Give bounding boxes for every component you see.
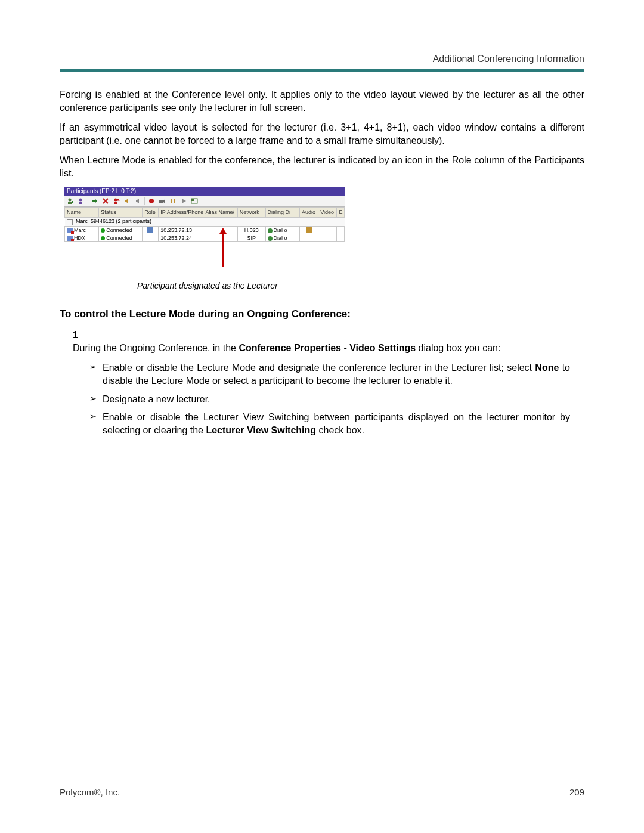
toolbar-separator bbox=[144, 197, 145, 205]
cell-network: SIP bbox=[237, 234, 265, 242]
cell-status: Connected bbox=[106, 235, 132, 241]
resume-video-icon[interactable] bbox=[179, 197, 188, 205]
col-name[interactable]: Name bbox=[65, 207, 99, 217]
step-text-post: dialog box you can: bbox=[416, 343, 500, 353]
cell-name: HDX bbox=[74, 235, 85, 241]
audio-active-icon bbox=[306, 227, 312, 233]
footer-left: Polycom®, Inc. bbox=[60, 787, 120, 797]
svg-point-4 bbox=[79, 198, 82, 201]
participants-panel: Participants (EP:2 L:0 T:2) bbox=[64, 187, 345, 274]
svg-rect-14 bbox=[171, 199, 172, 203]
camera-icon[interactable] bbox=[158, 197, 166, 205]
bullet-list: Enable or disable the Lecture Mode and d… bbox=[89, 361, 570, 438]
endpoint-icon bbox=[67, 236, 73, 241]
svg-rect-5 bbox=[79, 202, 82, 204]
participants-toolbar bbox=[64, 196, 345, 207]
dial-icon bbox=[268, 236, 273, 241]
step-number: 1 bbox=[73, 329, 85, 342]
paragraph-1: Forcing is enabled at the Conference lev… bbox=[60, 88, 584, 114]
participants-table: Name Status Role IP Address/Phone Alias … bbox=[64, 207, 345, 274]
col-network[interactable]: Network bbox=[237, 207, 265, 217]
unmute-audio-icon[interactable] bbox=[134, 197, 142, 205]
table-empty-row bbox=[65, 242, 345, 274]
page-footer: Polycom®, Inc. 209 bbox=[60, 787, 584, 797]
svg-rect-1 bbox=[68, 202, 72, 204]
paragraph-2: If an asymmetrical video layout is selec… bbox=[60, 121, 584, 147]
svg-point-0 bbox=[69, 198, 72, 201]
conference-group-row[interactable]: – Marc_59446123 (2 participants) bbox=[65, 217, 345, 226]
col-ip[interactable]: IP Address/Phone bbox=[159, 207, 203, 217]
callout-arrow-head-icon bbox=[219, 228, 227, 234]
step-text-bold: Conference Properties - Video Settings bbox=[239, 343, 416, 353]
cell-dialing: Dial o bbox=[274, 235, 287, 241]
bullet-text-bold: Lecturer View Switching bbox=[206, 425, 316, 435]
bullet-item: Enable or disable the Lecturer View Swit… bbox=[89, 411, 570, 438]
dial-icon bbox=[268, 228, 273, 233]
col-e[interactable]: E bbox=[337, 207, 345, 217]
cell-ip: 10.253.72.13 bbox=[159, 226, 203, 234]
group-label: Marc_59446123 (2 participants) bbox=[76, 218, 151, 224]
svg-rect-15 bbox=[174, 199, 175, 203]
col-status[interactable]: Status bbox=[99, 207, 143, 217]
disconnect-icon[interactable] bbox=[101, 197, 110, 205]
page-header-right: Additional Conferencing Information bbox=[60, 54, 584, 64]
participants-title-bar: Participants (EP:2 L:0 T:2) bbox=[64, 187, 345, 196]
connect-icon[interactable] bbox=[91, 197, 99, 205]
table-header-row: Name Status Role IP Address/Phone Alias … bbox=[65, 207, 345, 217]
layout-icon[interactable] bbox=[190, 197, 199, 205]
bullet-item: Enable or disable the Lecture Mode and d… bbox=[89, 361, 570, 388]
table-row[interactable]: Marc Connected 10.253.72.13 H.323 Dial o bbox=[65, 226, 345, 234]
lecturer-role-icon bbox=[147, 227, 153, 233]
header-divider bbox=[60, 69, 584, 72]
cell-alias bbox=[203, 234, 237, 242]
status-connected-icon bbox=[101, 228, 105, 233]
section-heading: To control the Lecture Mode during an On… bbox=[60, 308, 584, 320]
new-participant-icon[interactable] bbox=[77, 197, 85, 205]
bullet-item: Designate a new lecturer. bbox=[89, 393, 570, 406]
svg-rect-17 bbox=[191, 199, 194, 201]
cell-network: H.323 bbox=[237, 226, 265, 234]
toolbar-separator bbox=[88, 197, 88, 205]
delete-participant-icon[interactable] bbox=[112, 197, 120, 205]
col-dialing[interactable]: Dialing Di bbox=[265, 207, 299, 217]
step-text-pre: During the Ongoing Conference, in the bbox=[73, 343, 239, 353]
paragraph-3: When Lecture Mode is enabled for the con… bbox=[60, 154, 584, 179]
endpoint-icon bbox=[67, 228, 73, 233]
col-alias[interactable]: Alias Name/ bbox=[203, 207, 237, 217]
status-connected-icon bbox=[101, 236, 105, 240]
footer-page-number: 209 bbox=[569, 787, 584, 797]
cell-dialing: Dial o bbox=[274, 227, 287, 233]
callout-text: Participant designated as the Lecturer bbox=[137, 280, 584, 292]
col-role[interactable]: Role bbox=[143, 207, 159, 217]
svg-rect-9 bbox=[114, 202, 117, 204]
bullet-text-bold: None bbox=[535, 363, 559, 373]
step-item: 1 During the Ongoing Conference, in the … bbox=[73, 329, 584, 442]
cell-status: Connected bbox=[106, 227, 132, 233]
add-participant-icon[interactable] bbox=[66, 197, 75, 205]
table-row[interactable]: HDX Connected 10.253.72.24 SIP Dial o bbox=[65, 234, 345, 242]
bullet-text-post: check box. bbox=[316, 425, 364, 435]
numbered-steps: 1 During the Ongoing Conference, in the … bbox=[73, 329, 584, 442]
svg-point-12 bbox=[149, 199, 154, 203]
collapse-icon[interactable]: – bbox=[67, 219, 73, 225]
cell-ip: 10.253.72.24 bbox=[159, 234, 203, 242]
callout-arrow-stem bbox=[222, 234, 224, 267]
mute-audio-icon[interactable] bbox=[123, 197, 131, 205]
col-video[interactable]: Video bbox=[318, 207, 337, 217]
svg-rect-13 bbox=[159, 200, 163, 203]
suspend-video-icon[interactable] bbox=[169, 197, 177, 205]
bullet-text-pre: Enable or disable the Lecture Mode and d… bbox=[103, 363, 535, 373]
svg-rect-3 bbox=[72, 201, 73, 203]
col-audio[interactable]: Audio bbox=[299, 207, 318, 217]
record-icon[interactable] bbox=[147, 197, 156, 205]
cell-name: Marc bbox=[74, 227, 86, 233]
